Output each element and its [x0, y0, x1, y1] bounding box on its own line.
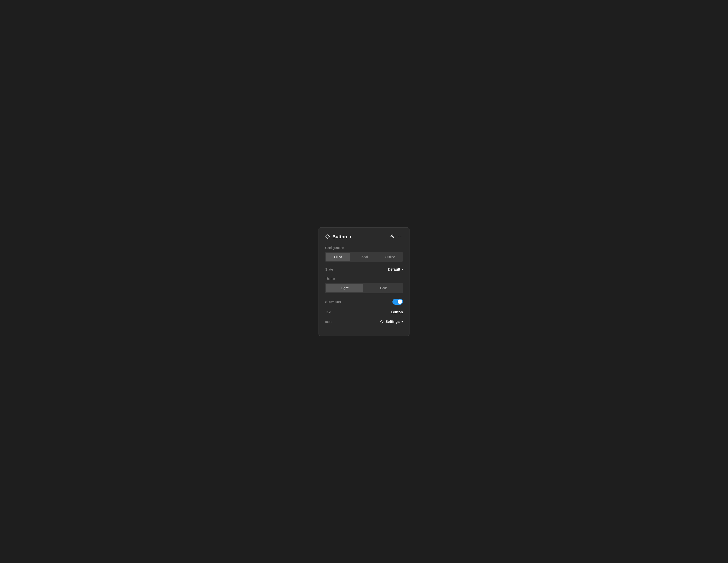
- show-icon-label: Show icon: [325, 300, 341, 303]
- title-chevron-icon[interactable]: ▾: [350, 235, 351, 239]
- theme-label: Theme: [325, 277, 403, 281]
- icon-label: Icon: [325, 320, 331, 323]
- text-label: Text: [325, 310, 331, 314]
- snowflake-icon[interactable]: [390, 234, 394, 240]
- icon-dropdown[interactable]: Settings ▾: [380, 320, 403, 324]
- show-icon-toggle[interactable]: [392, 299, 403, 305]
- more-options-icon[interactable]: ···: [398, 235, 403, 239]
- state-dropdown[interactable]: Default ▾: [388, 268, 403, 272]
- configuration-segmented: Filled Tonal Outline: [325, 252, 403, 262]
- theme-segmented: Light Dark: [325, 283, 403, 293]
- show-icon-row: Show icon: [325, 299, 403, 305]
- configuration-section: Configuration Filled Tonal Outline: [325, 246, 403, 262]
- text-value: Button: [391, 310, 403, 314]
- configuration-label: Configuration: [325, 246, 403, 250]
- header-right: ···: [390, 234, 403, 240]
- text-row: Text Button: [325, 310, 403, 314]
- svg-point-0: [392, 236, 393, 237]
- properties-panel: Button ▾ ··· Configuration Filled Tonal …: [319, 228, 409, 336]
- state-chevron-icon: ▾: [402, 268, 403, 271]
- config-tonal-button[interactable]: Tonal: [352, 253, 376, 261]
- component-icon: [325, 234, 330, 239]
- toggle-knob: [398, 299, 402, 304]
- config-outline-button[interactable]: Outline: [378, 253, 402, 261]
- show-icon-toggle-wrapper: [392, 299, 403, 305]
- panel-title: Button: [332, 234, 347, 240]
- icon-diamond-icon: [380, 320, 384, 323]
- icon-row: Icon Settings ▾: [325, 320, 403, 324]
- icon-chevron-icon: ▾: [402, 320, 403, 323]
- state-value: Default: [388, 268, 400, 272]
- theme-section: Theme Light Dark: [325, 277, 403, 293]
- theme-light-button[interactable]: Light: [326, 284, 363, 292]
- theme-dark-button[interactable]: Dark: [365, 284, 402, 292]
- panel-header: Button ▾ ···: [325, 234, 403, 240]
- header-left: Button ▾: [325, 234, 351, 240]
- state-row: State Default ▾: [325, 268, 403, 272]
- icon-value: Settings: [385, 320, 400, 324]
- state-label: State: [325, 268, 333, 271]
- config-filled-button[interactable]: Filled: [326, 253, 350, 261]
